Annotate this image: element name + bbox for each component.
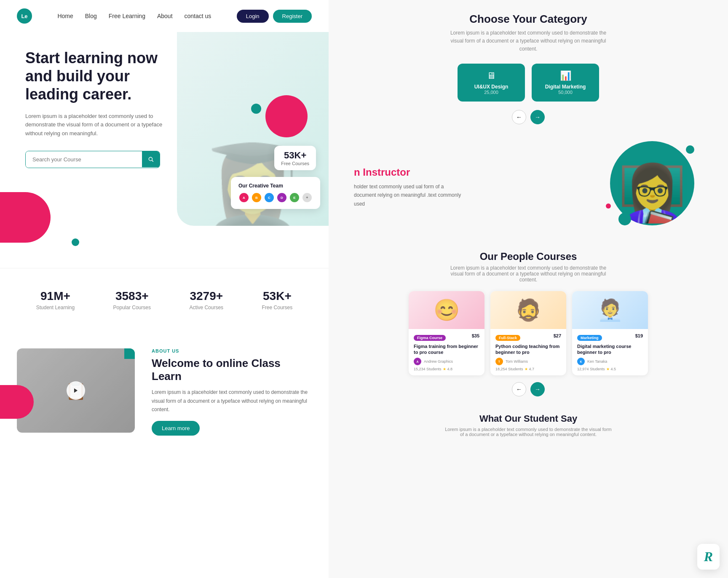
course-img-figma: 😊: [409, 291, 484, 329]
student-say-section: What Our Student Say Lorem ipsum is a pl…: [329, 405, 728, 445]
stat-active: 3279+ Active Courses: [189, 289, 223, 310]
watermark-icon: R: [704, 549, 713, 565]
search-input[interactable]: [26, 151, 142, 168]
course-rating-marketing: 12,974 Students ★ 4.5: [577, 367, 643, 371]
course-meta-python: T Tom Williams: [495, 358, 561, 365]
svg-marker-2: [74, 388, 78, 393]
course-rating-python: 18,254 Students ★ 4.7: [495, 367, 561, 371]
course-card-marketing[interactable]: 🧑‍💼 Marketing $19 Digital marketing cour…: [572, 291, 648, 376]
category-section: Choose Your Category Lorem ipsum is a pl…: [329, 0, 728, 133]
course-card-python[interactable]: 🧔 Full-Stack $27 Python coding teaching …: [490, 291, 566, 376]
stat-students: 91M+ Student Learning: [36, 289, 75, 310]
about-section: 📋 ABOUT US Welcome to online Class Learn…: [0, 332, 329, 452]
teal-dot-left: [72, 238, 79, 246]
instructor-desc: holder text commonly used ual form of a …: [354, 182, 463, 208]
cat-card-marketing[interactable]: 📊 Digital Marketing 50,000: [532, 64, 599, 102]
nav-buttons: Login Register: [237, 10, 312, 23]
login-button[interactable]: Login: [237, 10, 269, 23]
instructor-section: n Instructor holder text commonly used u…: [329, 133, 728, 242]
courses-nav: ← →: [354, 382, 703, 396]
watermark: R: [697, 544, 720, 570]
courses-badge: 53K+ Free Courses: [274, 146, 316, 170]
logo[interactable]: Le: [17, 8, 32, 24]
pink-dot-left: [606, 203, 611, 209]
cat-card-uiux[interactable]: 🖥 UI&UX Design 25,000: [458, 64, 525, 102]
about-text: ABOUT US Welcome to online Class Learn L…: [152, 348, 312, 436]
courses-next-button[interactable]: →: [530, 382, 545, 396]
uiux-icon: 🖥: [487, 70, 496, 81]
category-nav: ← →: [354, 110, 703, 124]
instructor-title: n Instructor: [354, 166, 597, 178]
nav-blog[interactable]: Blog: [85, 13, 97, 19]
pink-shape-left: [0, 192, 51, 243]
register-button[interactable]: Register: [273, 10, 312, 23]
hero-text: Start learning now and build your leadin…: [25, 49, 185, 168]
hero-image-area: 👩‍🎓 53K+ Free Courses Our Creative Team …: [169, 32, 329, 234]
instructor-text: n Instructor holder text commonly used u…: [354, 166, 597, 208]
stat-free: 53K+ Free Courses: [262, 289, 293, 310]
avatar-1: A: [238, 192, 249, 203]
svg-point-0: [149, 158, 152, 161]
course-rating-figma: 15,234 Students ★ 4.8: [414, 367, 479, 371]
course-meta-figma: A Andrew Graphics: [414, 358, 479, 365]
marketing-icon: 📊: [560, 70, 571, 81]
course-img-marketing: 🧑‍💼: [572, 291, 648, 329]
team-avatars: A B C D E +: [238, 192, 313, 203]
instructor-avatar-3: K: [577, 358, 585, 365]
nav-home[interactable]: Home: [57, 13, 73, 19]
teal-dot-bottom: [618, 213, 631, 225]
pink-circle-decoration: [265, 95, 308, 137]
teal-circle-video: [124, 348, 135, 359]
course-body-marketing: Marketing $19 Digital marketing course b…: [572, 329, 648, 376]
course-body-figma: Figma Course $35 Figma training from beg…: [409, 329, 484, 376]
pink-shape-bottom: [0, 385, 34, 419]
learn-more-button[interactable]: Learn more: [152, 421, 200, 436]
nav-links: Home Blog Free Learning About contact us: [45, 13, 224, 19]
hero-section: Start learning now and build your leadin…: [0, 32, 329, 234]
avatar-3: C: [264, 192, 275, 203]
instructor-avatar-1: A: [414, 358, 421, 365]
instructor-image: 👩‍🏫: [610, 141, 703, 234]
course-img-python: 🧔: [490, 291, 566, 329]
courses-prev-button[interactable]: ←: [512, 382, 526, 396]
team-card: Our Creative Team A B C D E +: [231, 177, 320, 209]
cat-next-button[interactable]: →: [530, 110, 545, 124]
stats-row: 91M+ Student Learning 3583+ Popular Cour…: [0, 268, 329, 323]
play-button[interactable]: [67, 381, 85, 400]
course-body-python: Full-Stack $27 Python coding teaching fr…: [490, 329, 566, 376]
cat-prev-button[interactable]: ←: [512, 110, 526, 124]
svg-line-1: [152, 161, 153, 162]
search-button[interactable]: [142, 151, 160, 167]
avatar-5: E: [289, 192, 300, 203]
avatar-4: D: [276, 192, 287, 203]
search-bar: [25, 151, 160, 168]
right-panel: Choose Your Category Lorem ipsum is a pl…: [329, 0, 728, 578]
avatar-more: +: [302, 192, 313, 203]
nav-about[interactable]: About: [157, 13, 173, 19]
stat-popular: 3583+ Popular Courses: [113, 289, 151, 310]
category-cards: 🖥 UI&UX Design 25,000 📊 Digital Marketin…: [354, 64, 703, 102]
about-video: 📋: [17, 348, 135, 433]
course-meta-marketing: K Ken Tanaka: [577, 358, 643, 365]
hero-description: Lorem ipsum is a placeholder text common…: [25, 112, 169, 138]
instructor-avatar-2: T: [495, 358, 503, 365]
course-card-figma[interactable]: 😊 Figma Course $35 Figma training from b…: [409, 291, 484, 376]
nav-free-learning[interactable]: Free Learning: [109, 13, 145, 19]
left-panel: Le Home Blog Free Learning About contact…: [0, 0, 329, 578]
teal-dot-top: [686, 145, 694, 154]
teal-dot-decoration: [251, 104, 261, 114]
avatar-2: B: [251, 192, 262, 203]
navbar: Le Home Blog Free Learning About contact…: [0, 0, 329, 32]
video-overlay: [17, 348, 135, 433]
course-cards: 😊 Figma Course $35 Figma training from b…: [354, 291, 703, 376]
hero-title: Start learning now and build your leadin…: [25, 49, 185, 104]
courses-section: Our People Courses Lorem ipsum is a plac…: [329, 242, 728, 405]
nav-contact[interactable]: contact us: [185, 13, 211, 19]
